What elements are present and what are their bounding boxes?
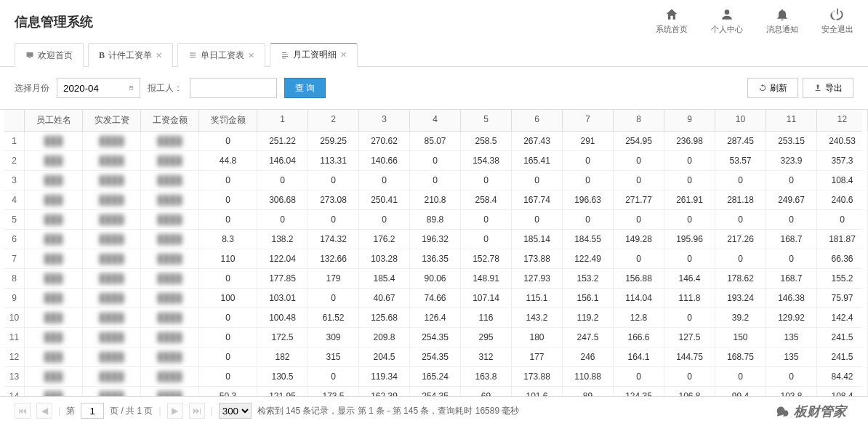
table-row[interactable]: 3███████████000000000000108.410 (4, 171, 862, 190)
table-cell: 0 (766, 171, 817, 190)
table-cell: 130.5 (257, 367, 308, 386)
month-picker[interactable] (57, 78, 140, 98)
column-header[interactable]: 6 (512, 110, 563, 131)
table-cell: 84.42 (817, 367, 868, 386)
pager-prefix: 第 (66, 405, 75, 417)
table-row[interactable]: 4███████████0306.68273.08250.41210.8258.… (4, 190, 862, 210)
column-header[interactable]: 实发工资 (83, 110, 141, 131)
column-header[interactable]: 10 (715, 110, 766, 131)
table-cell: 142.4 (817, 308, 868, 327)
nav-logout[interactable]: 安全退出 (821, 7, 853, 35)
table-cell: 246 (563, 347, 614, 366)
table-row[interactable]: 6███████████8.3138.2174.32176.2196.32018… (4, 230, 862, 249)
column-header[interactable]: 1 (257, 110, 308, 131)
table-row[interactable]: 12███████████0182315204.5254.35312177246… (4, 347, 862, 367)
table-row[interactable]: 1███████████0251.22259.25270.6285.07258.… (4, 132, 862, 151)
table-cell: 0 (199, 210, 257, 229)
pager-page-input[interactable] (81, 403, 104, 419)
close-icon[interactable]: ✕ (156, 51, 162, 60)
table-cell: 74.66 (410, 289, 461, 308)
export-icon (813, 84, 822, 92)
table-cell: 148.91 (461, 269, 512, 288)
table-cell: 251.22 (257, 132, 308, 150)
table-row[interactable]: 13███████████0130.50119.34165.24163.8173… (4, 367, 862, 387)
table-cell: 261.91 (664, 190, 715, 209)
close-icon[interactable]: ✕ (248, 51, 254, 60)
table-cell: 127.5 (664, 328, 715, 347)
column-header[interactable]: 奖罚金额 (199, 110, 257, 131)
table-cell: 113.31 (308, 151, 359, 170)
table-cell: 249.67 (766, 190, 817, 209)
tab-piecework-salary[interactable]: B 计件工资单 ✕ (88, 43, 173, 67)
table-cell: 315 (308, 347, 359, 366)
pager: ⏮ ◀ | 第 页 / 共 1 页 | ▶ ⏭ | 300 检索到 145 条记… (0, 396, 868, 425)
tab-monthly-detail[interactable]: 月工资明细 ✕ (270, 43, 358, 67)
column-header[interactable]: 11 (766, 110, 817, 131)
table-cell: 236.98 (664, 132, 715, 150)
table-row[interactable]: 11███████████0172.5309209.8254.352951802… (4, 328, 862, 347)
table-cell: 259.25 (308, 132, 359, 150)
pager-size-select[interactable]: 300 (219, 403, 252, 419)
month-input[interactable] (63, 83, 129, 94)
table-cell: 172.5 (257, 328, 308, 347)
table-row[interactable]: 8███████████0177.85179185.490.06148.9112… (4, 269, 862, 289)
table-cell: ████ (141, 289, 199, 308)
column-header[interactable]: 2 (308, 110, 359, 131)
table-cell: 12.8 (614, 308, 664, 327)
pager-first[interactable]: ⏮ (15, 403, 31, 419)
filter-bar: 选择月份 报工人： 查 询 刷新 导出 (0, 78, 868, 109)
table-cell: 0 (766, 249, 817, 268)
nav-notify[interactable]: 消息通知 (766, 7, 798, 35)
table-cell: 177 (512, 347, 563, 366)
table-cell: 75.97 (817, 289, 868, 308)
table-cell: 204.5 (359, 347, 410, 366)
refresh-button[interactable]: 刷新 (747, 78, 798, 98)
table-cell: 247.5 (563, 328, 614, 347)
column-header[interactable]: 员工姓名 (25, 110, 83, 131)
table-cell: ████ (141, 367, 199, 386)
worker-input[interactable] (190, 78, 277, 98)
column-header[interactable]: 工资金额 (141, 110, 199, 131)
table-row[interactable]: 10███████████0100.4861.52125.68126.41161… (4, 308, 862, 328)
table-cell: ███ (25, 289, 83, 308)
table-cell: 89 (563, 387, 614, 396)
table-cell: 6 (4, 230, 25, 249)
table-row[interactable]: 5███████████000089.800000000 (4, 210, 862, 230)
export-button[interactable]: 导出 (803, 78, 853, 98)
table-row[interactable]: 14███████████50.3121.95173.5162.39254.35… (4, 387, 862, 396)
column-header[interactable]: 7 (563, 110, 614, 131)
column-header[interactable]: 9 (664, 110, 715, 131)
column-header[interactable]: 3 (359, 110, 410, 131)
table-row[interactable]: 2███████████44.8146.04113.31140.660154.3… (4, 151, 862, 171)
close-icon[interactable]: ✕ (340, 50, 347, 60)
table-cell: ████ (83, 210, 141, 229)
table-cell: 166.6 (614, 328, 664, 347)
column-header[interactable]: 5 (461, 110, 512, 131)
pager-next[interactable]: ▶ (167, 403, 183, 419)
table-cell: 164.1 (614, 347, 664, 366)
pager-prev[interactable]: ◀ (36, 403, 52, 419)
table-cell: 121.95 (257, 387, 308, 396)
nav-profile[interactable]: 个人中心 (711, 7, 743, 35)
column-header[interactable]: 8 (614, 110, 664, 131)
table-cell: ███ (25, 132, 83, 150)
column-header[interactable] (4, 110, 25, 131)
table-cell: 0 (563, 171, 614, 190)
list-icon (188, 51, 197, 60)
table-row[interactable]: 9███████████100103.01040.6774.66107.1411… (4, 289, 862, 308)
nav-home[interactable]: 系统首页 (656, 7, 688, 35)
table-cell: 174.32 (308, 230, 359, 249)
tab-daily-salary[interactable]: 单日工资表 ✕ (177, 43, 265, 67)
tab-monthly-label: 月工资明细 (293, 49, 337, 61)
table-cell: 196.32 (410, 230, 461, 249)
table-cell: ████ (83, 230, 141, 249)
column-header[interactable]: 4 (410, 110, 461, 131)
search-button[interactable]: 查 询 (284, 78, 326, 98)
tab-welcome[interactable]: 欢迎首页 (15, 43, 84, 67)
pager-last[interactable]: ⏭ (189, 403, 205, 419)
table-cell: 40.67 (359, 289, 410, 308)
wechat-icon (776, 404, 790, 419)
table-row[interactable]: 7███████████110122.04132.66103.28136.351… (4, 249, 862, 269)
table-cell: 89.8 (410, 210, 461, 229)
column-header[interactable]: 12 (817, 110, 868, 131)
